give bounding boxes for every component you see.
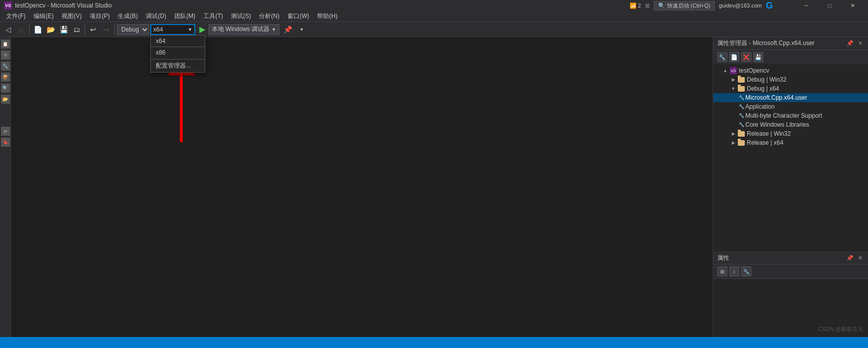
tree-item-debug-x64[interactable]: ▼ Debug | x64	[713, 84, 868, 93]
menu-analyze[interactable]: 分析(N)	[255, 11, 283, 22]
remove-sheet-button[interactable]: ❌	[741, 52, 751, 62]
menu-help[interactable]: 帮助(H)	[313, 11, 342, 22]
platform-value: x64	[153, 26, 163, 33]
sidebar-icon-4[interactable]: 📦	[1, 73, 10, 82]
quick-launch-label: 快速启动 (Ctrl+Q)	[667, 2, 710, 10]
tree-item-application[interactable]: 🔧 Application	[713, 102, 868, 111]
tree-release-x64-arrow: ▶	[729, 140, 737, 145]
platform-arrow-icon: ▼	[188, 27, 192, 32]
save-sheet-button[interactable]: 💾	[753, 52, 763, 62]
menu-team[interactable]: 团队(M)	[170, 11, 199, 22]
bottom-panel-close-button[interactable]: ✕	[856, 254, 864, 262]
quick-launch-input[interactable]: 🔍 快速启动 (Ctrl+Q)	[654, 1, 715, 11]
center-content	[11, 37, 713, 348]
forward-button[interactable]: ▷	[15, 24, 27, 36]
maximize-button[interactable]: □	[818, 0, 841, 11]
menu-window[interactable]: 窗口(W)	[283, 11, 313, 22]
platform-option-config-manager[interactable]: 配置管理器...	[151, 59, 205, 72]
bottom-panel-pin-button[interactable]: 📌	[846, 254, 854, 262]
wifi-icon: ⊞	[645, 3, 650, 9]
platform-option-x86[interactable]: x86	[151, 47, 205, 58]
property-tree-toolbar: 🔧 📄 ❌ 💾	[713, 50, 868, 64]
csdn-watermark: CSDN @极客范儿	[818, 325, 863, 333]
bottom-toolbar-btn-3[interactable]: 🔧	[741, 266, 751, 276]
new-file-button[interactable]: 📄	[32, 24, 44, 36]
open-button[interactable]: 📂	[45, 24, 57, 36]
user-email[interactable]: guidev@163.com	[719, 3, 762, 9]
tree-release-x64-label: Release | x64	[747, 139, 783, 146]
search-icon: 🔍	[658, 3, 665, 9]
tree-root-label: testOpencv	[739, 67, 769, 74]
run-target-selector[interactable]: 本地 Windows 调试器 ▼	[208, 24, 279, 35]
run-target-arrow-icon: ▼	[271, 27, 276, 32]
sidebar-icon-1[interactable]: 📋	[1, 40, 10, 49]
menu-edit[interactable]: 编辑(E)	[30, 11, 58, 22]
run-options-button[interactable]: 📌	[281, 24, 294, 36]
tree-debug-win32-arrow: ▶	[729, 77, 737, 82]
vs-logo-icon: VS	[4, 2, 12, 10]
run-target-label: 本地 Windows 调试器	[212, 25, 269, 34]
tree-item-ms-cpp-user[interactable]: 🔧 Microsoft.Cpp.x64.user	[713, 93, 868, 102]
menu-file[interactable]: 文件(F)	[2, 11, 30, 22]
tree-item-multibyte[interactable]: 🔧 Multi-byte Character Support	[713, 111, 868, 120]
sidebar-icon-3[interactable]: 🔧	[1, 62, 10, 71]
tree-root-arrow: ▲	[721, 68, 729, 73]
bottom-property-panel: 属性 📌 ✕ ⊞ ↕ 🔧	[713, 252, 868, 337]
tree-release-win32-arrow: ▶	[729, 131, 737, 136]
sidebar-icon-6[interactable]: 📂	[1, 95, 10, 104]
platform-dropdown-wrapper: x64 ▼ x64 x86 配置管理器...	[150, 24, 195, 35]
save-button[interactable]: 💾	[58, 24, 70, 36]
minimize-button[interactable]: ─	[795, 0, 818, 11]
sidebar-icon-5[interactable]: 🔍	[1, 84, 10, 93]
tree-ms-cpp-arrow: 🔧	[737, 95, 745, 100]
tree-item-root[interactable]: ▲ VS testOpencv	[713, 66, 868, 75]
run-extra-button[interactable]: ▾	[296, 24, 308, 36]
tree-item-release-x64[interactable]: ▶ Release | x64	[713, 138, 868, 147]
add-existing-sheet-button[interactable]: 📄	[729, 52, 739, 62]
panel-header-icons: 📌 ✕	[846, 40, 864, 48]
undo-button[interactable]: ↩	[87, 24, 99, 36]
add-property-sheet-button[interactable]: 🔧	[717, 52, 727, 62]
run-area: ▶ 本地 Windows 调试器 ▼ 📌 ▾	[198, 24, 308, 36]
bottom-panel-icons: 📌 ✕	[846, 254, 864, 262]
user-account-icon[interactable]: G	[766, 1, 773, 11]
run-button[interactable]: ▶	[198, 25, 206, 34]
platform-select[interactable]: x64 ▼	[150, 24, 195, 35]
platform-dropdown-menu: x64 x86 配置管理器...	[150, 35, 205, 73]
bottom-toolbar-btn-1[interactable]: ⊞	[717, 266, 727, 276]
sidebar-icon-bottom-1[interactable]: ⇄	[1, 127, 10, 136]
debug-config-select[interactable]: Debug Release	[117, 24, 149, 35]
tree-item-release-win32[interactable]: ▶ Release | Win32	[713, 129, 868, 138]
bottom-toolbar-btn-2[interactable]: ↕	[729, 266, 739, 276]
menu-build[interactable]: 生成(B)	[114, 11, 142, 22]
property-manager-header: 属性管理器 - Microsoft.Cpp.x64.user 📌 ✕	[713, 37, 868, 50]
bottom-panel-header: 属性 📌 ✕	[713, 252, 868, 264]
menu-test[interactable]: 测试(S)	[227, 11, 255, 22]
tree-debug-x64-label: Debug | x64	[747, 85, 779, 92]
menu-debug[interactable]: 调试(D)	[142, 11, 170, 22]
sidebar-icon-bottom-2[interactable]: 🔖	[1, 138, 10, 147]
menu-view[interactable]: 视图(V)	[58, 11, 86, 22]
menu-project[interactable]: 项目(P)	[86, 11, 114, 22]
save-all-button[interactable]: 🗂	[71, 24, 83, 36]
panel-close-button[interactable]: ✕	[856, 40, 864, 48]
back-button[interactable]: ◁	[2, 24, 14, 36]
platform-option-x64-top[interactable]: x64	[151, 36, 205, 47]
close-button[interactable]: ✕	[841, 0, 864, 11]
sidebar-icon-2[interactable]: ⚙	[1, 51, 10, 60]
bottom-panel-title: 属性	[717, 254, 729, 262]
toolbar: ◁ ▷ 📄 📂 💾 🗂 ↩ ↪ Debug Release x64 ▼ x64 …	[0, 22, 868, 37]
tree-app-icon: 🔧	[737, 104, 745, 109]
tree-item-core-windows[interactable]: 🔧 Core Windows Libraries	[713, 120, 868, 129]
tree-multibyte-icon: 🔧	[737, 113, 745, 118]
panel-pin-button[interactable]: 📌	[846, 40, 854, 48]
tree-debug-x64-arrow: ▼	[729, 86, 737, 91]
tree-item-debug-win32[interactable]: ▶ Debug | Win32	[713, 75, 868, 84]
tree-release-win32-label: Release | Win32	[747, 130, 791, 137]
tree-corewin-icon: 🔧	[737, 122, 745, 127]
tree-application-label: Application	[745, 103, 775, 110]
title-bar-left: VS testOpencv - Microsoft Visual Studio	[4, 2, 112, 10]
menu-tools[interactable]: 工具(T)	[199, 11, 227, 22]
tree-multibyte-label: Multi-byte Character Support	[745, 112, 822, 119]
redo-button[interactable]: ↪	[100, 24, 112, 36]
